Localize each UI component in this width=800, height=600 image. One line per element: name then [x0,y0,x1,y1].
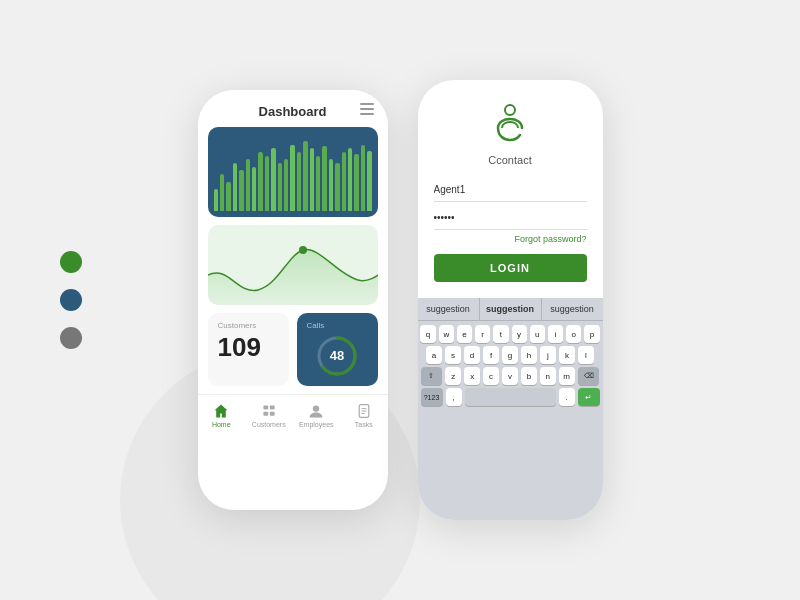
return-key[interactable]: ↵ [578,388,600,406]
key-z[interactable]: z [445,367,461,385]
dashboard-header: Dashboard [198,90,388,127]
bar-11 [284,159,288,211]
key-l[interactable]: l [578,346,594,364]
dot-blue [60,289,82,311]
suggestion-1[interactable]: suggestion [418,298,480,320]
svg-text:48: 48 [330,348,344,363]
home-icon [213,403,229,419]
bar-17 [322,146,326,211]
suggestion-3[interactable]: suggestion [542,298,603,320]
nav-home[interactable]: Home [198,403,246,428]
bottom-nav: Home Customers Employees [198,394,388,434]
bar-5 [246,159,250,211]
dashboard-title: Dashboard [259,104,327,119]
bar-18 [329,159,333,211]
shift-key[interactable]: ⇧ [421,367,443,385]
suggestion-2[interactable]: suggestion [480,298,542,320]
bar-1 [220,174,224,211]
bar-21 [348,148,352,211]
login-top: Ccontact Forgot password? LOGIN [418,80,603,298]
phone-dashboard: Dashboard [198,90,388,510]
key-k[interactable]: k [559,346,575,364]
key-g[interactable]: g [502,346,518,364]
hamburger-icon[interactable] [360,103,374,115]
nav-customers[interactable]: Customers [245,403,293,428]
nav-tasks-label: Tasks [355,421,373,428]
password-input[interactable] [434,206,587,230]
keyboard-suggestions: suggestion suggestion suggestion [418,298,603,321]
bar-23 [361,145,365,211]
key-q[interactable]: q [420,325,435,343]
dot-gray [60,327,82,349]
key-a[interactable]: a [426,346,442,364]
tasks-icon [356,403,372,419]
bar-16 [316,156,320,211]
key-n[interactable]: n [540,367,556,385]
bar-13 [297,152,301,211]
backspace-key[interactable]: ⌫ [578,367,600,385]
key-d[interactable]: d [464,346,480,364]
calls-progress: 48 [307,334,368,378]
key-y[interactable]: y [512,325,527,343]
phone-login: Ccontact Forgot password? LOGIN suggesti… [418,80,603,520]
svg-rect-4 [263,405,268,409]
svg-rect-6 [263,412,268,416]
employees-icon [308,403,324,419]
keyboard-row-1: q w e r t y u i o p [421,325,600,343]
key-r[interactable]: r [475,325,490,343]
svg-rect-5 [270,405,275,409]
key-s[interactable]: s [445,346,461,364]
key-b[interactable]: b [521,367,537,385]
key-f[interactable]: f [483,346,499,364]
keyboard-row-2: a s d f g h j k l [421,346,600,364]
bar-20 [342,152,346,211]
key-o[interactable]: o [566,325,581,343]
key-v[interactable]: v [502,367,518,385]
key-j[interactable]: j [540,346,556,364]
bar-15 [310,148,314,211]
bar-3 [233,163,237,211]
phones-container: Dashboard [198,80,603,520]
key-p[interactable]: p [584,325,599,343]
line-chart [208,225,378,305]
bar-2 [226,182,230,211]
key-h[interactable]: h [521,346,537,364]
key-m[interactable]: m [559,367,575,385]
bar-22 [354,154,358,211]
nav-employees[interactable]: Employees [293,403,341,428]
calls-card: Calls 48 [297,313,378,386]
key-e[interactable]: e [457,325,472,343]
bar-8 [265,156,269,211]
key-i[interactable]: i [548,325,563,343]
key-c[interactable]: c [483,367,499,385]
customers-value: 109 [218,334,279,360]
keyboard-row-3: ⇧ z x c v b n m ⌫ [421,367,600,385]
key-u[interactable]: u [530,325,545,343]
calls-label: Calls [307,321,368,330]
bar-12 [290,145,294,211]
space-key[interactable] [465,388,556,406]
login-button[interactable]: LOGIN [434,254,587,282]
bar-24 [367,151,371,211]
login-form: Forgot password? LOGIN [434,178,587,282]
nav-customers-label: Customers [252,421,286,428]
customers-card: Customers 109 [208,313,289,386]
comma-key[interactable]: , [446,388,462,406]
stats-row: Customers 109 Calls 48 [208,313,378,386]
period-key[interactable]: . [559,388,575,406]
keyboard: q w e r t y u i o p a s d f g h j k l [418,321,603,520]
bar-14 [303,141,307,211]
bar-6 [252,167,256,211]
numbers-key[interactable]: ?123 [421,388,443,406]
key-w[interactable]: w [439,325,454,343]
bar-0 [214,189,218,211]
key-t[interactable]: t [493,325,508,343]
customers-icon [261,403,277,419]
key-x[interactable]: x [464,367,480,385]
app-name: Ccontact [488,154,531,166]
app-logo [486,100,534,148]
nav-employees-label: Employees [299,421,334,428]
nav-tasks[interactable]: Tasks [340,403,388,428]
username-input[interactable] [434,178,587,202]
forgot-password-link[interactable]: Forgot password? [434,234,587,244]
